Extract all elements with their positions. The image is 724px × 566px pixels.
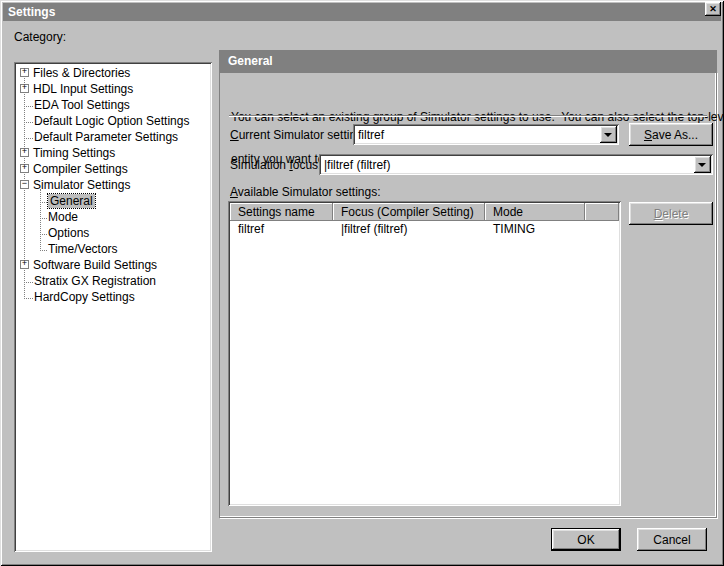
tree-item[interactable]: Default Parameter Settings [14,129,212,145]
table-cell: |filtref (filtref) [333,221,485,237]
expand-plus-icon[interactable]: + [20,84,29,93]
tree-item-label: HDL Input Settings [33,82,133,96]
save-as-button[interactable]: Save As... [629,123,713,146]
window-title: Settings [8,5,55,19]
tree-item[interactable]: +Software Build Settings [14,257,212,273]
expand-plus-icon[interactable]: + [20,260,29,269]
tree-connector [40,193,47,203]
current-settings-value: filtref [358,128,384,142]
category-label: Category: [14,30,66,44]
column-header[interactable]: Mode [485,203,585,221]
tree-connector [24,289,33,299]
tree-item-label: Options [48,226,89,240]
available-settings-list[interactable]: Settings nameFocus (Compiler Setting)Mod… [228,201,621,506]
simulation-focus-value: |filtref (filtref) [324,158,390,172]
tree-item[interactable]: Stratix GX Registration [14,273,212,289]
expand-plus-icon[interactable]: + [20,148,29,157]
chevron-down-icon[interactable] [694,156,711,173]
tree-rows: +Files & Directories+HDL Input SettingsE… [14,65,212,305]
tree-item-label: Stratix GX Registration [34,274,156,288]
tree-item[interactable]: Time/Vectors [14,241,212,257]
tree-item[interactable]: +Files & Directories [14,65,212,81]
tree-connector [24,273,33,283]
tree-connector [40,209,47,219]
tree-item-label: General [48,194,95,208]
tree-item[interactable]: +Compiler Settings [14,161,212,177]
tree-item-label: Time/Vectors [48,242,118,256]
tree-item-label: Timing Settings [33,146,115,160]
tree-item[interactable]: +HDL Input Settings [14,81,212,97]
tree-item[interactable]: Mode [14,209,212,225]
general-panel: General You can select an existing group… [219,50,717,518]
description-line: You can select an existing group of Simu… [231,110,708,124]
tree-item-label: Software Build Settings [33,258,157,272]
tree-item-label: Default Logic Option Settings [34,114,189,128]
tree-item-label: Default Parameter Settings [34,130,178,144]
panel-header: General [219,50,717,72]
tree-connector [24,113,33,123]
tree-item[interactable]: Options [14,225,212,241]
current-settings-combobox[interactable]: filtref [353,124,619,145]
tree-item-label: Files & Directories [33,66,130,80]
tree-connector [24,129,33,139]
tree-item[interactable]: General [14,193,212,209]
tree-connector [40,241,47,251]
table-cell [585,221,619,237]
table-cell: filtref [230,221,333,237]
title-bar[interactable]: Settings [3,3,721,21]
cancel-button[interactable]: Cancel [637,528,707,551]
chevron-down-icon[interactable] [600,126,617,143]
collapse-minus-icon[interactable]: − [20,180,29,189]
category-tree[interactable]: +Files & Directories+HDL Input SettingsE… [14,62,212,552]
column-header[interactable]: Focus (Compiler Setting) [333,203,485,221]
tree-item[interactable]: HardCopy Settings [14,289,212,305]
expand-plus-icon[interactable]: + [20,68,29,77]
table-cell: TIMING [485,221,585,237]
divider [229,115,707,116]
column-header[interactable] [585,203,619,221]
table-row[interactable]: filtref|filtref (filtref)TIMING [230,221,619,237]
simulation-focus-combobox[interactable]: |filtref (filtref) [319,154,713,175]
ok-button[interactable]: OK [551,528,621,551]
tree-item-label: Compiler Settings [33,162,128,176]
tree-item-label: EDA Tool Settings [34,98,130,112]
panel-body: You can select an existing group of Simu… [219,72,717,518]
current-settings-label: Current Simulator settings: [230,128,372,142]
list-header-row: Settings nameFocus (Compiler Setting)Mod… [230,203,619,221]
tree-connector [24,97,33,107]
tree-item[interactable]: EDA Tool Settings [14,97,212,113]
tree-item[interactable]: +Timing Settings [14,145,212,161]
available-settings-label: Available Simulator settings: [230,185,381,199]
expand-plus-icon[interactable]: + [20,164,29,173]
tree-item-label: Simulator Settings [33,178,130,192]
panel-title: General [228,54,273,68]
tree-connector [40,225,47,235]
tree-item[interactable]: Default Logic Option Settings [14,113,212,129]
tree-item-label: HardCopy Settings [34,290,135,304]
column-header[interactable]: Settings name [230,203,333,221]
settings-dialog: Settings ✕ Category: +Files & Directorie… [0,0,724,566]
simulation-focus-label: Simulation focus: [230,158,321,172]
close-icon[interactable]: ✕ [705,2,721,16]
delete-button[interactable]: Delete [629,202,713,225]
tree-item[interactable]: −Simulator Settings [14,177,212,193]
tree-item-label: Mode [48,210,78,224]
